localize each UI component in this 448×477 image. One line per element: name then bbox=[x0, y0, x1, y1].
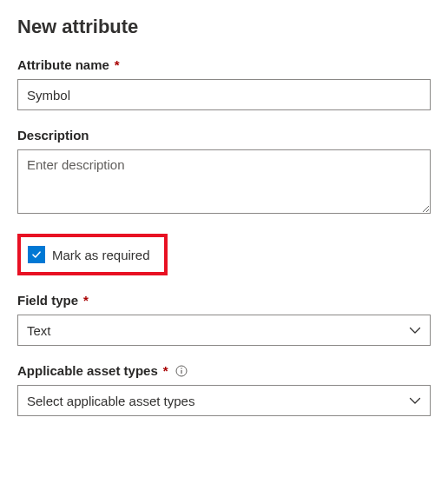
required-asterisk: * bbox=[115, 57, 120, 72]
attribute-name-label-text: Attribute name bbox=[17, 57, 109, 72]
page-title: New attribute bbox=[17, 16, 431, 38]
field-attribute-name: Attribute name * bbox=[17, 57, 431, 110]
checkmark-icon bbox=[30, 248, 43, 261]
mark-as-required-checkbox[interactable] bbox=[28, 246, 45, 263]
required-asterisk: * bbox=[163, 363, 168, 378]
applicable-asset-types-label-text: Applicable asset types bbox=[17, 363, 158, 378]
applicable-asset-types-select[interactable]: Select applicable asset types bbox=[17, 385, 431, 416]
applicable-asset-types-label: Applicable asset types * bbox=[17, 363, 188, 378]
highlight-mark-as-required: Mark as required bbox=[17, 234, 168, 275]
required-asterisk: * bbox=[83, 293, 89, 308]
attribute-name-label: Attribute name * bbox=[17, 57, 120, 72]
description-label: Description bbox=[17, 128, 89, 142]
mark-as-required-checkbox-row[interactable]: Mark as required bbox=[21, 237, 164, 272]
field-type-label-text: Field type bbox=[17, 293, 78, 308]
field-applicable-asset-types: Applicable asset types * Select applicab… bbox=[17, 363, 431, 416]
info-icon[interactable] bbox=[175, 365, 188, 377]
field-description: Description bbox=[17, 128, 431, 216]
applicable-asset-types-placeholder: Select applicable asset types bbox=[27, 394, 194, 408]
chevron-down-icon bbox=[407, 322, 423, 338]
description-label-text: Description bbox=[17, 128, 89, 142]
svg-rect-2 bbox=[181, 368, 181, 368]
description-textarea[interactable] bbox=[17, 149, 431, 214]
field-field-type: Field type * Text bbox=[17, 293, 431, 346]
chevron-down-icon bbox=[407, 393, 423, 408]
mark-as-required-label: Mark as required bbox=[52, 248, 150, 262]
field-type-label: Field type * bbox=[17, 293, 89, 308]
svg-rect-1 bbox=[181, 370, 181, 374]
field-type-selected-value: Text bbox=[27, 323, 51, 338]
attribute-name-input[interactable] bbox=[17, 79, 431, 110]
field-type-select[interactable]: Text bbox=[17, 315, 431, 346]
